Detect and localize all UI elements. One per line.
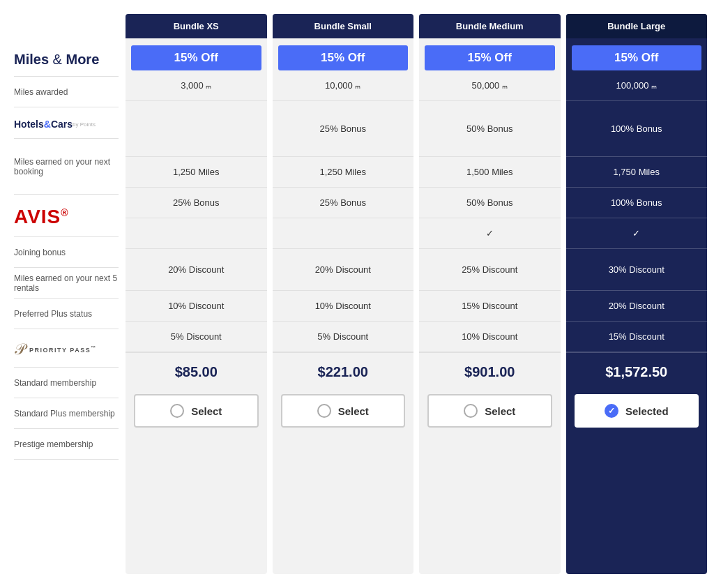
bundle-medium-standard-membership: 25% Discount [419, 249, 561, 291]
priority-pass-brand-block: 𝒫 PRIORITY PASS™ [14, 329, 119, 368]
bundle-small-standard-plus: 10% Discount [273, 291, 414, 322]
bundle-xs-column: Bundle XS 15% Off 3,000 ₘ 1,250 Miles 25… [126, 14, 267, 574]
bundle-small-preferred-plus [273, 218, 414, 249]
bundle-large-column: Bundle Large 15% Off 100,000 ₘ 100% Bonu… [566, 14, 708, 574]
bundle-large-discount: 15% Off [572, 45, 702, 70]
comparison-table: Miles & More Miles awarded Hotels&Cars b… [0, 0, 714, 588]
bundle-xs-radio [170, 404, 184, 418]
pp-p-icon: 𝒫 [14, 340, 25, 359]
bundle-small-miles: 10,000 ₘ [273, 70, 414, 101]
joining-bonus-label: Joining bonus [14, 237, 119, 268]
bundle-medium-header: Bundle Medium [419, 14, 561, 38]
bundle-large-preferred-plus: ✓ [566, 218, 708, 249]
bundle-large-hotels-bonus: 100% Bonus [566, 101, 708, 157]
bundle-xs-prestige: 5% Discount [126, 322, 267, 352]
bundle-large-header: Bundle Large [566, 14, 708, 38]
bundle-xs-standard-plus: 10% Discount [126, 291, 267, 322]
bundle-small-radio [317, 404, 331, 418]
bundle-small-hotels-bonus: 25% Bonus [273, 101, 414, 157]
bundle-xs-preferred-plus [126, 218, 267, 249]
priority-pass-logo: 𝒫 PRIORITY PASS™ [14, 340, 119, 359]
avis-logo: AVIS® [14, 206, 119, 228]
bundle-xs-hotels-bonus [126, 101, 267, 157]
bundle-medium-price: $901.00 [419, 352, 561, 389]
standard-plus-label: Standard Plus membership [14, 398, 119, 429]
bundle-small-discount: 15% Off [278, 45, 409, 70]
bundle-medium-joining-bonus: 1,500 Miles [419, 157, 561, 188]
prestige-label: Prestige membership [14, 429, 119, 460]
bundle-large-checkmark: ✓ [605, 404, 618, 418]
bundle-small-joining-bonus: 1,250 Miles [273, 157, 414, 188]
bundle-small-header: Bundle Small [273, 14, 414, 38]
bundle-large-standard-membership: 30% Discount [566, 249, 708, 291]
bundle-xs-price: $85.00 [126, 352, 267, 389]
bundle-medium-standard-plus: 15% Discount [419, 291, 561, 322]
bundle-xs-standard-membership: 20% Discount [126, 249, 267, 291]
miles-awarded-label: Miles awarded [14, 77, 119, 107]
miles-more-logo: Miles & More [14, 52, 119, 68]
bundle-medium-hotels-bonus: 50% Bonus [419, 101, 561, 157]
bundle-medium-discount: 15% Off [425, 45, 555, 70]
bundle-medium-miles: 50,000 ₘ [419, 70, 561, 101]
bundle-small-prestige: 5% Discount [273, 322, 414, 352]
bundle-medium-column: Bundle Medium 15% Off 50,000 ₘ 50% Bonus… [419, 14, 561, 574]
bundle-xs-miles: 3,000 ₘ [126, 70, 267, 101]
bundle-large-selected-button[interactable]: ✓ Selected [575, 394, 699, 428]
bundle-small-price: $221.00 [273, 352, 414, 389]
bundle-xs-rental-bonus: 25% Bonus [126, 188, 267, 218]
bundle-large-price: $1,572.50 [566, 352, 708, 389]
bundle-medium-preferred-plus: ✓ [419, 218, 561, 249]
bundle-large-miles: 100,000 ₘ [566, 70, 708, 101]
bundle-medium-radio [464, 404, 478, 418]
bundle-medium-select-button[interactable]: Select [427, 394, 552, 428]
avis-brand-block: AVIS® [14, 195, 119, 237]
bundle-xs-select-button[interactable]: Select [134, 394, 259, 428]
bundle-xs-joining-bonus: 1,250 Miles [126, 157, 267, 188]
bundle-large-joining-bonus: 1,750 Miles [566, 157, 708, 188]
bundle-large-standard-plus: 20% Discount [566, 291, 708, 322]
miles-earned-booking-label: Miles earned on your next booking [14, 139, 119, 195]
bundle-medium-prestige: 10% Discount [419, 322, 561, 352]
rental-miles-label: Miles earned on your next 5 rentals [14, 268, 119, 299]
bundle-large-prestige: 15% Discount [566, 322, 708, 352]
bundle-xs-header: Bundle XS [126, 14, 267, 38]
labels-column: Miles & More Miles awarded Hotels&Cars b… [7, 14, 126, 574]
bundle-medium-rental-bonus: 50% Bonus [419, 188, 561, 218]
standard-membership-label: Standard membership [14, 368, 119, 398]
bundle-large-rental-bonus: 100% Bonus [566, 188, 708, 218]
bundle-small-column: Bundle Small 15% Off 10,000 ₘ 25% Bonus … [273, 14, 414, 574]
bundles-area: Bundle XS 15% Off 3,000 ₘ 1,250 Miles 25… [126, 14, 707, 574]
bundle-small-rental-bonus: 25% Bonus [273, 188, 414, 218]
hotels-cars-brand-block: Hotels&Cars by Points [14, 107, 119, 139]
bundle-small-standard-membership: 20% Discount [273, 249, 414, 291]
miles-more-brand-block: Miles & More [14, 45, 119, 77]
hotels-cars-logo: Hotels&Cars by Points [14, 119, 119, 130]
bundle-small-select-button[interactable]: Select [281, 394, 406, 428]
preferred-plus-label: Preferred Plus status [14, 299, 119, 329]
bundle-xs-discount: 15% Off [131, 45, 261, 70]
